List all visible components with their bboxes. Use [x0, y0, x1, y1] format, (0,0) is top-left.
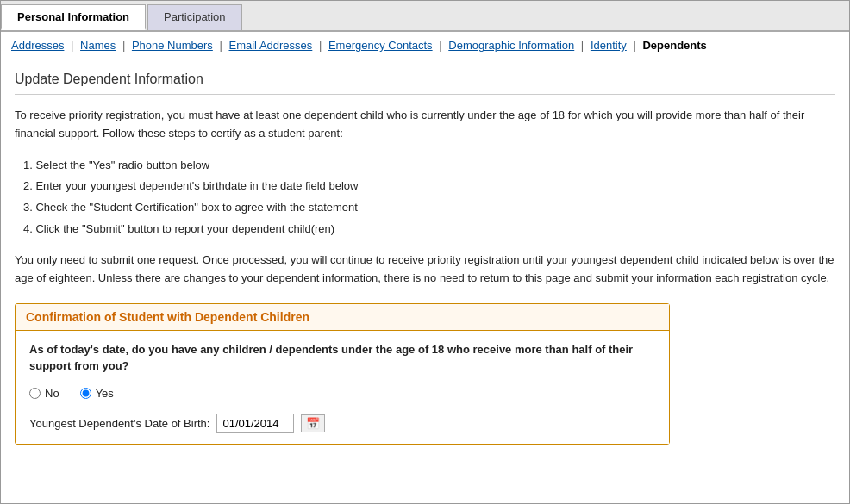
nav-links: Addresses | Names | Phone Numbers | Emai… — [1, 32, 849, 59]
divider — [15, 94, 835, 95]
step-1: 1. Select the "Yes" radio button below — [23, 155, 835, 177]
calendar-button[interactable]: 📅 — [301, 414, 325, 432]
page-content: Update Dependent Information To receive … — [1, 59, 849, 474]
page-description: To receive priority registration, you mu… — [15, 107, 835, 143]
radio-no-option[interactable]: No — [29, 387, 59, 400]
tab-personal-information[interactable]: Personal Information — [1, 4, 146, 30]
tab-participation[interactable]: Participation — [147, 4, 242, 30]
step-2: 2. Enter your youngest dependent's birth… — [23, 176, 835, 197]
step-3: 3. Check the "Student Certification" box… — [23, 197, 835, 219]
separator-7: | — [633, 39, 635, 52]
separator-3: | — [219, 39, 222, 52]
tab-bar: Personal Information Participation — [1, 1, 849, 32]
nav-identity[interactable]: Identity — [591, 39, 627, 52]
steps-list: 1. Select the "Yes" radio button below 2… — [23, 155, 835, 240]
calendar-icon: 📅 — [306, 417, 320, 430]
note-text: You only need to submit one request. Onc… — [15, 252, 835, 288]
nav-addresses[interactable]: Addresses — [11, 39, 64, 52]
radio-yes-option[interactable]: Yes — [80, 387, 114, 400]
confirmation-header: Confirmation of Student with Dependent C… — [16, 304, 669, 331]
separator-5: | — [439, 39, 441, 52]
nav-demographic-information[interactable]: Demographic Information — [448, 39, 574, 52]
confirmation-box: Confirmation of Student with Dependent C… — [15, 303, 670, 445]
step-4: 4. Click the "Submit" button to report y… — [23, 219, 835, 240]
confirmation-question: As of today's date, do you have any chil… — [29, 341, 655, 375]
dob-row: Youngest Dependent's Date of Birth: 📅 — [29, 414, 655, 433]
separator-4: | — [319, 39, 322, 52]
radio-yes-label: Yes — [96, 387, 114, 400]
nav-email-addresses[interactable]: Email Addresses — [228, 39, 312, 52]
page-title: Update Dependent Information — [15, 72, 835, 87]
confirmation-body: As of today's date, do you have any chil… — [16, 331, 669, 444]
separator-1: | — [71, 39, 73, 52]
dob-input[interactable] — [216, 414, 294, 433]
radio-group: No Yes — [29, 387, 655, 400]
separator-6: | — [581, 39, 584, 52]
nav-dependents: Dependents — [642, 39, 706, 52]
radio-no[interactable] — [29, 388, 41, 399]
nav-names[interactable]: Names — [80, 39, 116, 52]
radio-no-label: No — [45, 387, 59, 400]
dob-label: Youngest Dependent's Date of Birth: — [29, 417, 209, 430]
radio-yes[interactable] — [80, 388, 91, 399]
separator-2: | — [122, 39, 125, 52]
nav-phone-numbers[interactable]: Phone Numbers — [132, 39, 213, 52]
nav-emergency-contacts[interactable]: Emergency Contacts — [328, 39, 433, 52]
